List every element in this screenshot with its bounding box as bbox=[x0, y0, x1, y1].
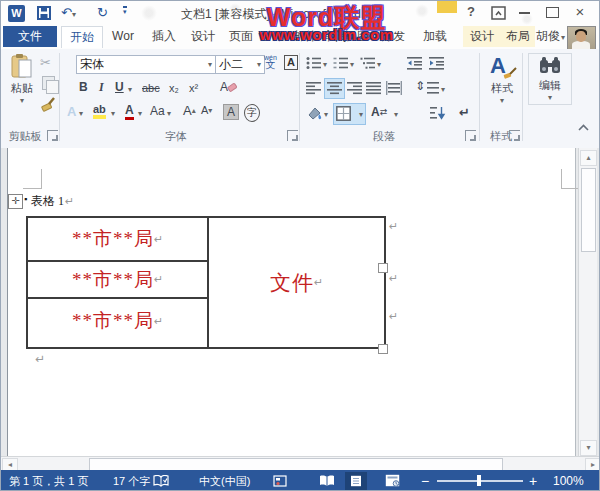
tab-insert[interactable]: 插入 bbox=[145, 26, 183, 47]
shading-button[interactable] bbox=[306, 105, 324, 121]
styles-dialog-launcher[interactable] bbox=[509, 130, 520, 141]
user-avatar[interactable] bbox=[567, 26, 596, 50]
sort-button[interactable] bbox=[429, 105, 446, 121]
tab-file[interactable]: 文件 bbox=[3, 26, 57, 47]
maximize-button[interactable] bbox=[546, 7, 559, 18]
table-caption[interactable]: 表格 1 bbox=[31, 193, 64, 210]
clipboard-dialog-launcher[interactable] bbox=[47, 130, 58, 141]
scroll-up-button[interactable]: ▴ bbox=[580, 150, 597, 166]
font-size-combobox[interactable]: 小二 ▾ bbox=[215, 55, 265, 74]
clear-formatting-button[interactable]: A bbox=[219, 79, 237, 95]
show-hide-marks-button[interactable]: ↵ bbox=[459, 105, 470, 120]
highlight-color-button[interactable]: ab bbox=[93, 103, 106, 119]
editing-button[interactable]: 编辑 ▾ bbox=[528, 53, 572, 105]
numbering-button[interactable] bbox=[333, 56, 349, 70]
superscript-button[interactable]: x² bbox=[189, 82, 198, 94]
zoom-in-icon: + bbox=[529, 473, 537, 489]
zoom-slider-thumb[interactable] bbox=[477, 475, 481, 486]
document-table: **市**局 ↵ **市**局 ↵ **市**局 ↵ 文件 ↵ bbox=[26, 216, 386, 349]
collapse-ribbon-button[interactable] bbox=[577, 123, 590, 132]
asian-layout-button[interactable]: A⇄ bbox=[371, 105, 387, 119]
language-indicator[interactable]: 中文(中国) bbox=[199, 470, 250, 491]
caret-down-icon: ▾ bbox=[20, 96, 24, 105]
enclose-characters-button[interactable]: 字 bbox=[244, 104, 260, 122]
table-resize-handle[interactable] bbox=[378, 344, 388, 354]
macro-recording-icon[interactable] bbox=[273, 475, 287, 487]
tab-design[interactable]: 设计 bbox=[185, 26, 221, 47]
italic-button[interactable]: I bbox=[99, 80, 104, 95]
tab-home-active[interactable]: 开始 bbox=[61, 26, 103, 48]
cut-button[interactable]: ✂ bbox=[40, 55, 51, 70]
zoom-level-indicator[interactable]: 100% bbox=[553, 470, 584, 491]
ribbon-display-options-button[interactable] bbox=[491, 6, 506, 20]
zoom-out-button[interactable]: − bbox=[421, 470, 429, 491]
underline-button[interactable]: U bbox=[115, 80, 124, 94]
align-center-button[interactable] bbox=[324, 78, 345, 99]
justify-button[interactable] bbox=[366, 81, 382, 95]
paragraph-dialog-launcher[interactable] bbox=[465, 130, 476, 141]
caret-down-icon: ▾ bbox=[323, 60, 327, 69]
cell-end-mark: ↵ bbox=[154, 315, 163, 328]
phonetic-char: 文 bbox=[264, 61, 277, 68]
align-right-button[interactable] bbox=[347, 81, 363, 95]
tab-table-design[interactable]: 设计 bbox=[463, 26, 501, 47]
enclose-characters-label: 字 bbox=[247, 106, 257, 120]
table-cell[interactable]: **市**局 ↵ bbox=[28, 262, 207, 299]
grow-font-button[interactable]: A▴ bbox=[183, 103, 196, 118]
character-shading-button[interactable]: A bbox=[223, 104, 239, 120]
close-button[interactable]: × bbox=[572, 4, 588, 20]
zoom-in-button[interactable]: + bbox=[529, 470, 537, 491]
borders-button[interactable]: ▾ bbox=[333, 103, 366, 125]
strikethrough-button[interactable]: abc bbox=[142, 82, 160, 94]
word-count-indicator[interactable]: 17 个字 bbox=[113, 470, 150, 491]
table-move-handle[interactable]: ✛ bbox=[8, 194, 23, 209]
phonetic-guide-button[interactable]: wén 文 bbox=[264, 54, 277, 68]
qat-customize-button[interactable]: ▾ bbox=[123, 6, 127, 16]
text-effects-button[interactable]: A bbox=[67, 104, 76, 119]
scroll-down-button[interactable]: ▾ bbox=[580, 440, 597, 456]
print-layout-view-button[interactable] bbox=[345, 472, 367, 490]
font-color-button[interactable]: A bbox=[125, 103, 134, 120]
tab-table-layout[interactable]: 布局 bbox=[501, 26, 535, 47]
styles-gallery-button[interactable]: A 样式 ▾ bbox=[483, 53, 521, 105]
align-left-button[interactable] bbox=[306, 81, 322, 95]
minimize-button[interactable] bbox=[519, 12, 530, 14]
page-number-indicator[interactable]: 第 1 页，共 1 页 bbox=[9, 470, 88, 491]
paste-button[interactable]: 粘贴 ▾ bbox=[6, 53, 38, 105]
table-cell[interactable]: **市**局 ↵ bbox=[28, 218, 207, 262]
increase-indent-button[interactable] bbox=[429, 56, 445, 70]
font-dialog-launcher[interactable] bbox=[287, 130, 298, 141]
row-end-mark: ↵ bbox=[389, 220, 398, 233]
table-cell[interactable]: **市**局 ↵ bbox=[28, 299, 207, 343]
format-painter-button[interactable] bbox=[40, 96, 56, 112]
font-name-combobox[interactable]: 宋体 ▾ bbox=[76, 55, 216, 74]
proofing-status-icon[interactable] bbox=[153, 475, 169, 487]
subscript-button[interactable]: x₂ bbox=[169, 82, 179, 94]
undo-button[interactable]: ↶▾ bbox=[61, 4, 76, 23]
change-case-button[interactable]: Aa bbox=[150, 104, 165, 118]
shrink-font-button[interactable]: A▾ bbox=[201, 104, 212, 116]
caret-down-icon: ▾ bbox=[394, 110, 398, 119]
read-mode-view-button[interactable] bbox=[319, 475, 335, 487]
distribute-button[interactable] bbox=[385, 81, 403, 95]
table-merged-cell[interactable]: 文件 ↵ bbox=[209, 218, 384, 347]
line-spacing-button[interactable]: ⇕ bbox=[415, 79, 425, 93]
user-account-button[interactable]: 胡俊 bbox=[535, 26, 561, 47]
table-resize-handle[interactable] bbox=[378, 263, 388, 273]
help-button[interactable]: ? bbox=[463, 4, 479, 20]
shrink-font-label: A bbox=[201, 104, 208, 116]
bold-button[interactable]: B bbox=[79, 80, 88, 94]
word-logo-icon[interactable]: W bbox=[8, 5, 25, 22]
tab-wor[interactable]: Wor bbox=[103, 26, 143, 47]
decrease-indent-button[interactable] bbox=[407, 56, 423, 70]
multilevel-list-button[interactable] bbox=[360, 56, 376, 70]
redo-button[interactable]: ↻ bbox=[97, 4, 108, 21]
vertical-scroll-thumb[interactable] bbox=[581, 168, 596, 252]
save-icon[interactable] bbox=[37, 6, 51, 20]
copy-button[interactable] bbox=[42, 76, 55, 90]
swap-arrows-icon: ⇄ bbox=[380, 107, 388, 117]
bullets-button[interactable] bbox=[306, 56, 322, 70]
character-border-button[interactable]: A bbox=[284, 55, 298, 70]
web-layout-view-button[interactable] bbox=[385, 474, 400, 487]
caret-down-icon: ▾ bbox=[377, 60, 381, 69]
